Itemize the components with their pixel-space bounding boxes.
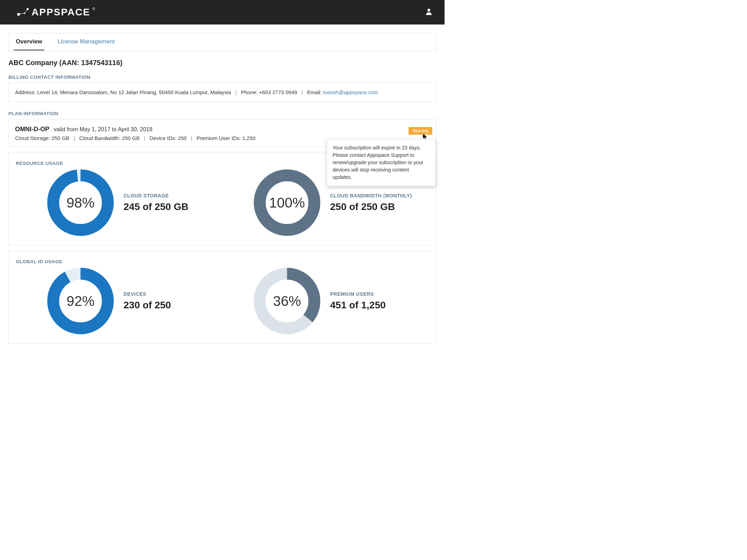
email-label: Email: xyxy=(307,89,322,95)
usage-value: 245 of 250 GB xyxy=(124,201,188,212)
email-link[interactable]: ivanoh@appspace.com xyxy=(323,89,378,95)
warning-tooltip: Your subscription will expire in 23 days… xyxy=(327,139,436,186)
separator: | xyxy=(235,89,237,95)
plan-heading: PLAN INFORMATION xyxy=(8,111,436,116)
company-name: ABC Company xyxy=(8,59,57,66)
plan-users: Premium User IDs: 1,250 xyxy=(196,135,255,141)
donut-pct: 92% xyxy=(47,268,114,334)
usage-label: CLOUD STORAGE xyxy=(124,193,188,198)
donut-cloud-storage: 98% xyxy=(47,169,114,236)
topbar: APPSPACE ® xyxy=(0,0,445,24)
usage-label: PREMIUM USERS xyxy=(330,291,386,297)
usage-cloud-storage: 98% CLOUD STORAGE 245 of 250 GB xyxy=(16,169,222,236)
svg-line-4 xyxy=(25,9,27,13)
svg-line-3 xyxy=(19,13,24,14)
billing-box: Address: Level 14, Menara Darussalam, No… xyxy=(8,83,436,102)
tab-overview[interactable]: Overview xyxy=(14,33,44,51)
usage-devices: 92% DEVICES 230 of 250 xyxy=(16,268,222,334)
tab-license-management[interactable]: License Management xyxy=(56,33,117,51)
user-icon[interactable] xyxy=(426,8,432,16)
donut-cloud-bandwidth: 100% xyxy=(254,169,320,236)
aan-value: 1347543116 xyxy=(81,59,120,66)
address-value: Level 14, Menara Darussalam, No 12 Jalan… xyxy=(37,89,231,95)
separator: | xyxy=(301,89,303,95)
donut-pct: 100% xyxy=(254,169,320,236)
aan-label: AAN: xyxy=(62,59,79,66)
donut-pct: 36% xyxy=(254,268,320,334)
plan-storage: Cloud Storage: 250 GB xyxy=(15,135,69,141)
brand-text: APPSPACE xyxy=(32,7,90,18)
plan-devices: Device IDs: 250 xyxy=(149,135,187,141)
global-id-usage-heading: GLOBAL ID USAGE xyxy=(16,259,429,264)
plan-name: OMNI-D-OP xyxy=(15,126,49,133)
phone-value: +603 2773 0949 xyxy=(259,89,297,95)
company-heading: ABC Company (AAN: 1347543116) xyxy=(8,59,436,67)
warning-badge[interactable]: Warning xyxy=(409,127,432,135)
donut-devices: 92% xyxy=(47,268,114,334)
logo-icon xyxy=(16,8,29,17)
separator: | xyxy=(191,135,192,141)
usage-label: CLOUD BANDWIDTH (MONTHLY) xyxy=(330,193,412,198)
svg-point-0 xyxy=(17,13,20,16)
phone-label: Phone: xyxy=(241,89,258,95)
usage-value: 230 of 250 xyxy=(124,300,171,311)
plan-validity: valid from May 1, 2017 to April 30, 2018 xyxy=(54,126,152,132)
address-label: Address: xyxy=(15,89,36,95)
usage-premium-users: 36% PREMIUM USERS 451 of 1,250 xyxy=(222,268,429,334)
svg-point-5 xyxy=(427,9,430,12)
brand-logo[interactable]: APPSPACE ® xyxy=(16,7,95,18)
page-body: Overview License Management ABC Company … xyxy=(0,24,445,358)
plan-box: OMNI-D-OP valid from May 1, 2017 to Apri… xyxy=(8,119,436,147)
tab-bar: Overview License Management xyxy=(8,33,436,51)
trademark: ® xyxy=(92,7,95,11)
usage-value: 451 of 1,250 xyxy=(330,300,386,311)
usage-value: 250 of 250 GB xyxy=(330,201,412,212)
separator: | xyxy=(144,135,145,141)
usage-label: DEVICES xyxy=(124,291,171,297)
donut-pct: 98% xyxy=(47,169,114,236)
global-id-usage-panel: GLOBAL ID USAGE 92% DEVICES 230 of 250 3… xyxy=(8,251,436,344)
donut-premium-users: 36% xyxy=(254,268,320,334)
plan-bandwidth: Cloud Bandwidth: 250 GB xyxy=(79,135,140,141)
billing-heading: BILLING CONTACT INFORMATION xyxy=(8,75,436,80)
separator: | xyxy=(74,135,75,141)
